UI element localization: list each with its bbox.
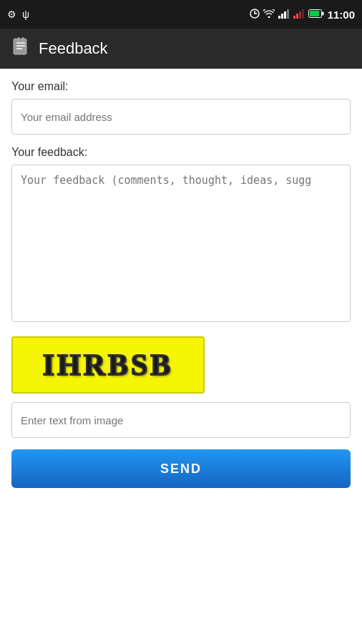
clock-icon <box>250 9 260 21</box>
svg-rect-4 <box>281 14 283 19</box>
content-area: Your email: Your feedback: IHRBSB SEND <box>0 69 362 644</box>
send-button[interactable]: SEND <box>11 449 351 488</box>
svg-rect-15 <box>14 39 26 54</box>
app-bar-icon <box>11 37 30 60</box>
svg-rect-12 <box>310 11 319 16</box>
status-bar-right: 11:00 <box>250 9 355 21</box>
email-label: Your email: <box>11 80 351 93</box>
svg-rect-3 <box>278 16 280 19</box>
captcha-input[interactable] <box>11 402 351 438</box>
svg-rect-7 <box>293 16 295 19</box>
svg-rect-5 <box>284 11 286 19</box>
svg-rect-6 <box>287 9 289 19</box>
app-bar: Feedback <box>0 29 362 69</box>
feedback-label: Your feedback: <box>11 146 351 159</box>
app-bar-title: Feedback <box>39 39 108 58</box>
usb-icon: ⚙ <box>7 9 16 20</box>
email-input[interactable] <box>11 99 351 135</box>
captcha-image: IHRBSB <box>11 336 205 394</box>
audio-icon: ψ <box>22 9 29 20</box>
status-time: 11:00 <box>328 9 355 21</box>
svg-rect-13 <box>322 12 324 16</box>
status-bar-left: ⚙ ψ <box>7 9 29 20</box>
feedback-textarea[interactable] <box>11 165 351 322</box>
battery-icon <box>308 9 324 20</box>
signal2-icon <box>293 9 305 21</box>
signal-icon <box>278 9 290 21</box>
svg-rect-9 <box>299 11 301 19</box>
wifi-icon <box>263 9 275 20</box>
status-bar: ⚙ ψ <box>0 0 362 29</box>
svg-rect-8 <box>296 14 298 19</box>
captcha-text: IHRBSB <box>43 348 174 382</box>
svg-rect-10 <box>302 9 304 19</box>
